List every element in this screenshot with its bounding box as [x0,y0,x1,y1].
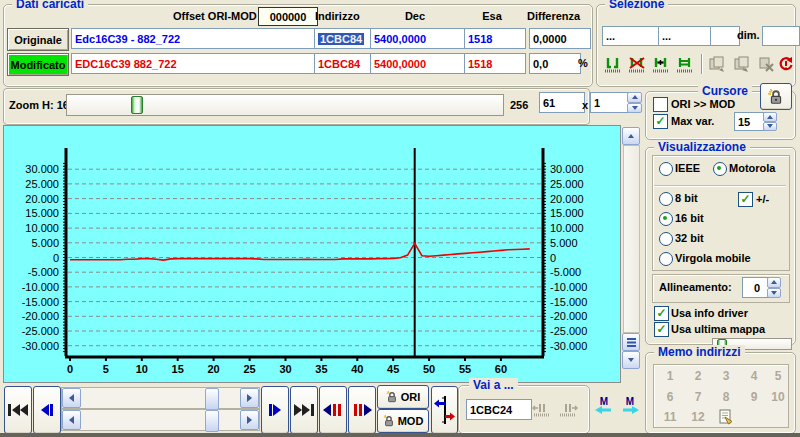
vai-a-field[interactable]: 1CBC24 [466,399,532,420]
chart-vertical-scrollbar[interactable] [622,127,640,369]
zoom-step-spinner[interactable] [627,92,642,113]
memo-slot-3: 3 [714,369,738,383]
motorola-radio[interactable] [713,162,727,176]
max-var-checkbox[interactable] [653,114,668,129]
app-window: Dati caricati Offset ORI-MOD 000000 Indi… [0,0,800,437]
memo-note-button[interactable] [714,408,736,426]
next-difference-icon [351,403,373,417]
spinner-down-button[interactable] [763,122,777,132]
selection-range-button[interactable] [674,54,696,74]
max-var-checkbox-label: Max var. [671,115,714,127]
next-marker-button[interactable]: M [618,397,642,419]
scroll-thumb[interactable] [205,410,219,432]
svg-text:-25.000: -25.000 [22,325,59,337]
scroll-left-button[interactable] [62,410,81,430]
usa-info-driver-label: Usa info driver [671,307,748,319]
zoom-h-slider-thumb[interactable] [131,96,143,114]
spinner-down-button[interactable] [627,103,642,114]
modificato-esa-field[interactable]: 1518 [464,53,526,74]
modificato-file-field[interactable]: EDC16C39 882_722 [71,53,319,74]
usa-ultima-mappa-label: Usa ultima mappa [671,323,765,335]
lock-button[interactable] [760,83,792,110]
ori-lock-button[interactable]: ORI [377,385,429,409]
selezione-to-field[interactable]: ... [658,26,714,46]
go-first-button[interactable] [4,386,32,434]
zoom-step-field[interactable]: 1 [590,92,632,113]
marker-left-arrow-icon [595,406,613,414]
zoom-h-slider[interactable] [66,94,504,116]
svg-text:30.000: 30.000 [550,163,584,175]
spinner-up-button[interactable] [627,92,642,103]
insert-marker-left-button-disabled [531,401,553,417]
ieee-radio[interactable] [659,162,673,176]
selection-start-button[interactable] [602,54,624,74]
allineamento-spinner[interactable] [767,277,781,298]
scroll-track[interactable] [81,410,240,430]
svg-text:20: 20 [207,363,219,375]
modificato-dec-field[interactable]: 5400,0000 [370,53,466,74]
modificato-differenza-field[interactable]: 0,0 [529,53,581,74]
modificato-indirizzo-field[interactable]: 1CBC84 [314,53,374,74]
prev-marker-button[interactable]: M [592,397,616,419]
chart-view-mode-button[interactable] [622,333,640,351]
go-last-button[interactable] [290,386,318,434]
selezione-from-field[interactable]: ... [602,26,662,46]
offset-ori-mod-value[interactable]: 000000 [258,7,318,26]
horizontal-scrollbar-top[interactable] [61,387,260,409]
svg-text:-5.000: -5.000 [28,266,59,278]
modificato-button[interactable]: Modificato [7,53,69,76]
selection-add-button[interactable] [650,54,672,74]
zoom-times-label: x [582,99,588,111]
selezione-len-field[interactable] [710,26,740,46]
ori-mod-checkbox[interactable] [653,97,668,112]
originale-indirizzo-field[interactable]: 1CBC84 [314,28,374,49]
scroll-up-button[interactable] [622,127,640,145]
spinner-up-button[interactable] [767,277,781,288]
max-var-spinner[interactable] [763,112,777,131]
axis-swap-button[interactable] [431,386,458,434]
scroll-left-button[interactable] [62,388,81,408]
step-forward-button[interactable] [261,386,289,434]
cursore-title: Cursore [698,84,752,98]
left-arrow-icon [69,416,74,424]
selection-range-icon [675,55,695,73]
waveform-chart-panel[interactable]: 30.00030.00025.00025.00020.00020.00015.0… [3,125,621,383]
selection-clear-button[interactable] [626,54,648,74]
spinner-up-button[interactable] [763,112,777,122]
originale-differenza-field[interactable]: 0,0000 [529,28,591,49]
up-arrow-icon [632,95,638,99]
originale-esa-field[interactable]: 1518 [464,28,526,49]
scroll-right-button[interactable] [240,388,259,408]
prev-difference-button[interactable] [319,386,347,434]
indirizzo-header: Indirizzo [315,10,360,22]
scroll-thumb[interactable] [205,388,219,410]
originale-dec-field[interactable]: 5400,0000 [370,28,466,49]
next-difference-button[interactable] [348,386,376,434]
signed-checkbox[interactable] [738,192,753,207]
usa-ultima-mappa-checkbox[interactable] [654,322,669,337]
usa-info-driver-checkbox[interactable] [654,306,669,321]
zoom-h-label: Zoom H: 16 [9,99,69,111]
bit16-radio[interactable] [659,212,673,226]
svg-text:-30.000: -30.000 [22,340,59,352]
mod-lock-button[interactable]: MOD [377,409,429,433]
svg-text:30.000: 30.000 [25,163,59,175]
bit8-radio[interactable] [659,192,673,206]
originale-button[interactable]: Originale [7,28,69,51]
bit32-radio-label: 32 bit [675,232,704,244]
svg-text:5.000: 5.000 [31,237,59,249]
waveform-chart[interactable]: 30.00030.00025.00025.00020.00020.00015.0… [4,126,618,380]
virgola-mobile-radio[interactable] [659,252,673,266]
zoom-count-field[interactable]: 61 [539,92,585,113]
horizontal-scrollbar-bottom[interactable] [61,409,260,431]
scroll-right-button[interactable] [240,410,259,430]
selezione-dim-field[interactable] [762,26,800,46]
scroll-track[interactable] [623,145,640,333]
spinner-down-button[interactable] [767,288,781,299]
bit32-radio[interactable] [659,232,673,246]
originale-file-field[interactable]: Edc16C39 - 882_722 [71,28,319,49]
step-back-button[interactable] [33,386,61,434]
scroll-down-button[interactable] [622,351,640,369]
scroll-track[interactable] [81,388,240,408]
reset-warning-button[interactable] [777,54,795,74]
